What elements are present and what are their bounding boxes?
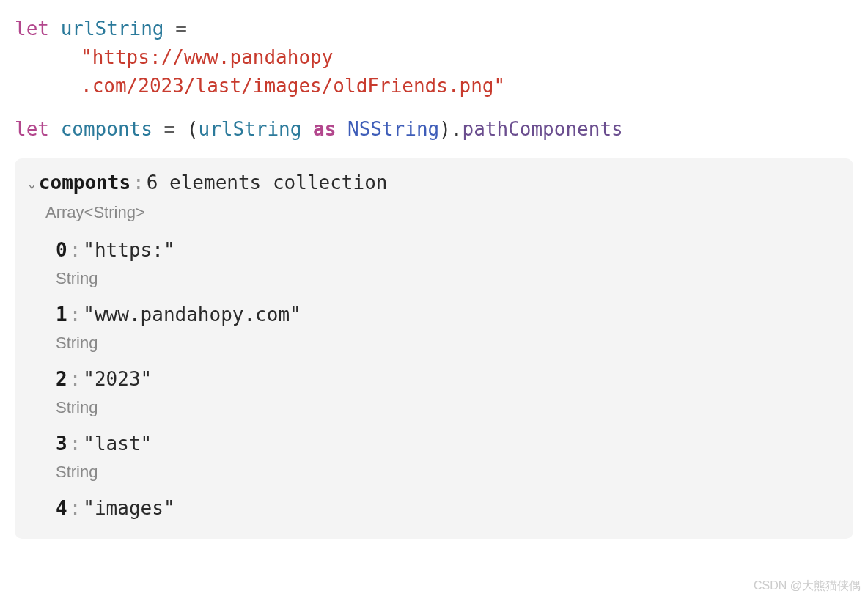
array-item-row: 4:"images"	[56, 494, 840, 523]
array-item[interactable]: 4:"images"	[56, 494, 840, 523]
array-item-value: "https:"	[83, 236, 174, 265]
type-nsstring: NSString	[347, 118, 439, 140]
array-item[interactable]: 3:"last"String	[56, 430, 840, 484]
colon-separator: :	[70, 430, 81, 458]
string-literal: .com/2023/last/images/oldFriends.png"	[81, 75, 505, 97]
array-item-value: "www.pandahopy.com"	[83, 301, 301, 329]
array-index: 0	[56, 236, 67, 265]
array-item-row: 2:"2023"	[56, 365, 840, 394]
code-line-3: .com/2023/last/images/oldFriends.png"	[15, 72, 853, 100]
array-item-value: "2023"	[83, 365, 152, 394]
code-block: let urlString = "https://www.pandahopy .…	[15, 15, 853, 100]
result-variable-name: componts	[39, 169, 130, 197]
code-line-1: let urlString =	[15, 15, 853, 43]
array-item-row: 3:"last"	[56, 430, 840, 458]
colon-separator: :	[70, 365, 81, 394]
array-item-value: "images"	[83, 494, 174, 523]
code-line-2: "https://www.pandahopy	[15, 43, 853, 72]
colon-separator: :	[70, 301, 81, 329]
variable-ref: urlString	[198, 118, 301, 140]
string-literal: "https://www.pandahopy	[81, 46, 333, 68]
array-item[interactable]: 0:"https:"String	[56, 236, 840, 290]
array-item-type: String	[56, 266, 840, 290]
variable-urlString: urlString	[61, 18, 164, 40]
result-description: 6 elements collection	[147, 169, 388, 197]
array-item-value: "last"	[83, 430, 152, 458]
items-container: 0:"https:"String1:"www.pandahopy.com"Str…	[28, 236, 840, 523]
variable-componts: componts	[61, 118, 152, 140]
array-index: 4	[56, 494, 67, 523]
keyword-as: as	[313, 118, 336, 140]
array-item[interactable]: 1:"www.pandahopy.com"String	[56, 301, 840, 355]
keyword-let: let	[15, 118, 49, 140]
equals-operator: =	[175, 18, 187, 40]
array-index: 1	[56, 301, 67, 329]
colon-separator: :	[133, 169, 144, 197]
colon-separator: :	[70, 236, 81, 265]
keyword-let: let	[15, 18, 49, 40]
array-item-type: String	[56, 331, 840, 355]
open-paren: (	[187, 118, 199, 140]
chevron-down-icon[interactable]: ⌄	[28, 173, 36, 193]
code-block-2: let componts = (urlString as NSString).p…	[15, 115, 853, 144]
result-type-label: Array<String>	[45, 200, 840, 224]
close-paren-dot: ).	[439, 118, 462, 140]
method-pathcomponents: pathComponents	[463, 118, 623, 140]
array-item[interactable]: 2:"2023"String	[56, 365, 840, 419]
array-item-type: String	[56, 460, 840, 484]
array-item-type: String	[56, 395, 840, 419]
code-line-4: let componts = (urlString as NSString).p…	[15, 115, 853, 144]
array-item-row: 1:"www.pandahopy.com"	[56, 301, 840, 329]
array-index: 2	[56, 365, 67, 394]
equals-operator: =	[164, 118, 176, 140]
result-panel: ⌄ componts : 6 elements collection Array…	[15, 158, 853, 539]
result-header[interactable]: ⌄ componts : 6 elements collection	[28, 169, 840, 197]
array-index: 3	[56, 430, 67, 458]
array-item-row: 0:"https:"	[56, 236, 840, 265]
colon-separator: :	[70, 494, 81, 523]
